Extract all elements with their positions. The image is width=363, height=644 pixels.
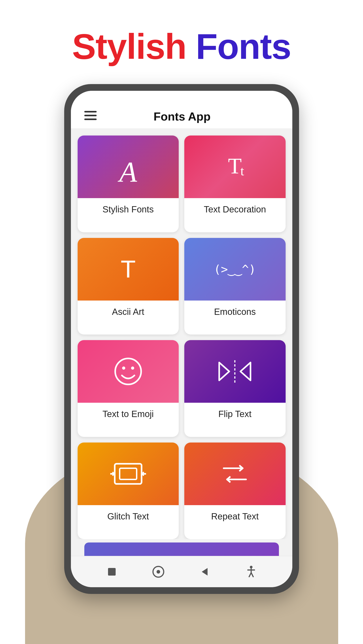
svg-marker-12	[240, 362, 250, 380]
app-bar-title: Fonts App	[96, 110, 268, 123]
emoticons-label: Emoticons	[184, 300, 286, 323]
ascii-art-icon: T	[114, 252, 143, 286]
svg-rect-15	[120, 468, 137, 480]
emoticons-image: (>‿‿^)	[184, 238, 286, 300]
text-decoration-image: T t	[184, 136, 286, 198]
hamburger-menu-icon[interactable]	[84, 111, 96, 122]
svg-rect-0	[84, 111, 96, 112]
grid-item-repeat-text[interactable]: Repeat Text	[184, 442, 286, 539]
emoticons-icon: (>‿‿^)	[210, 260, 260, 278]
grid-item-ascii-art[interactable]: T Ascii Art	[78, 238, 179, 335]
grid-item-text-decoration[interactable]: T t Text Decoration	[184, 136, 286, 232]
accessibility-icon	[246, 566, 257, 578]
glitch-text-label: Glitch Text	[78, 505, 179, 528]
svg-text:A: A	[118, 156, 137, 184]
nav-accessibility-button[interactable]	[243, 564, 259, 580]
stylish-fonts-label: Stylish Fonts	[78, 198, 179, 221]
flip-text-icon	[215, 356, 255, 387]
main-title: Stylish Fonts	[72, 27, 291, 66]
svg-point-9	[122, 366, 125, 370]
text-decoration-label: Text Decoration	[184, 198, 286, 221]
grid-item-flip-text[interactable]: Flip Text	[184, 340, 286, 437]
svg-point-10	[131, 366, 134, 370]
bottom-navigation	[71, 556, 292, 587]
home-icon	[152, 566, 164, 578]
text-to-emoji-image	[78, 340, 179, 403]
nav-home-button[interactable]	[150, 564, 166, 580]
stylish-fonts-image: A	[78, 136, 179, 198]
emoji-icon	[112, 356, 144, 387]
svg-marker-11	[219, 362, 229, 380]
grid-item-stylish-fonts[interactable]: A Stylish Fonts	[78, 136, 179, 232]
app-bar: Fonts App	[71, 104, 292, 129]
phone-device: Fonts App A Stylish Fonts T t	[64, 84, 299, 594]
svg-text:(>‿‿^): (>‿‿^)	[214, 262, 256, 276]
svg-marker-21	[202, 568, 208, 576]
nav-back-button[interactable]	[197, 564, 212, 580]
svg-point-22	[250, 566, 252, 568]
stop-icon	[106, 566, 118, 577]
glitch-text-image	[78, 442, 179, 505]
grid-item-glitch-text[interactable]: Glitch Text	[78, 442, 179, 539]
flip-text-label: Flip Text	[184, 403, 286, 425]
svg-line-26	[251, 573, 254, 577]
flip-text-image	[184, 340, 286, 403]
feature-grid: A Stylish Fonts T t Text Decoration	[71, 129, 292, 539]
glitch-text-icon	[110, 458, 146, 490]
svg-text:t: t	[240, 164, 244, 178]
svg-point-8	[115, 358, 141, 384]
svg-point-20	[156, 570, 160, 574]
repeat-text-label: Repeat Text	[184, 505, 286, 528]
grid-item-emoticons[interactable]: (>‿‿^) Emoticons	[184, 238, 286, 335]
text-to-emoji-label: Text to Emoji	[78, 403, 179, 425]
ascii-art-label: Ascii Art	[78, 300, 179, 323]
repeat-text-image	[184, 442, 286, 505]
phone-screen: Fonts App A Stylish Fonts T t	[71, 91, 292, 587]
back-icon	[199, 566, 210, 577]
svg-text:T: T	[228, 154, 242, 178]
status-bar	[71, 91, 292, 104]
nav-stop-button[interactable]	[104, 564, 120, 580]
repeat-text-icon	[217, 458, 253, 490]
ascii-art-image: T	[78, 238, 179, 300]
svg-rect-1	[84, 115, 96, 116]
svg-rect-18	[108, 568, 116, 576]
text-decoration-icon: T t	[218, 154, 252, 180]
partial-bottom-bar	[84, 542, 279, 556]
svg-rect-2	[84, 118, 96, 120]
svg-rect-14	[115, 464, 142, 484]
title-red: Stylish	[72, 26, 186, 66]
svg-line-25	[249, 573, 251, 577]
grid-item-text-to-emoji[interactable]: Text to Emoji	[78, 340, 179, 437]
title-blue: Fonts	[196, 26, 291, 66]
letter-a-icon: A	[114, 150, 143, 184]
svg-text:T: T	[120, 255, 136, 282]
